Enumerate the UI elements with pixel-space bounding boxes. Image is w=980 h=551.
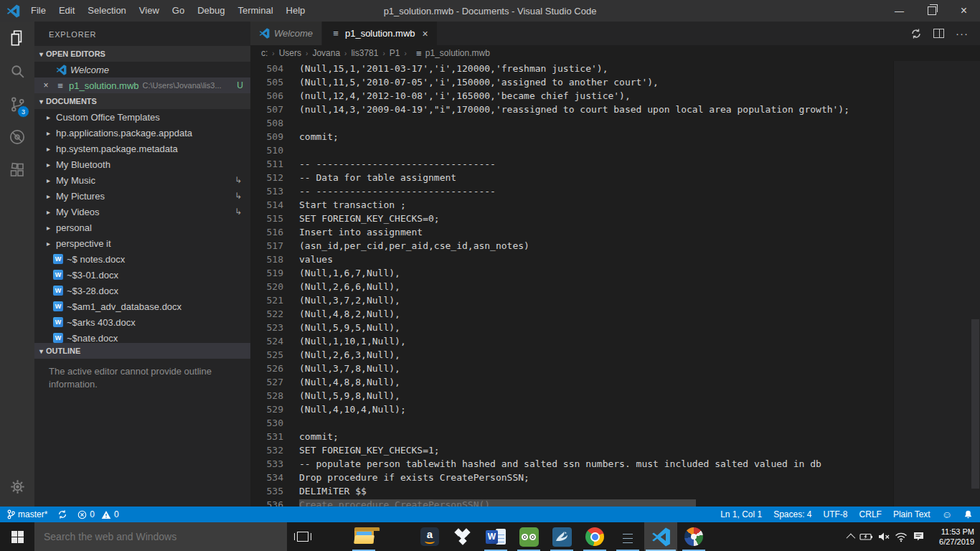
amazon-icon[interactable]: a — [413, 522, 446, 551]
source-control-icon[interactable]: 3 — [0, 88, 34, 121]
line-number[interactable]: 506 — [250, 89, 283, 103]
line-number[interactable]: 527 — [250, 375, 283, 389]
task-view-button[interactable] — [287, 522, 319, 551]
notification-center-icon[interactable] — [910, 522, 927, 551]
minimize-button[interactable]: — — [883, 0, 915, 22]
line-number[interactable]: 517 — [250, 239, 283, 253]
menu-item[interactable]: Debug — [191, 0, 231, 22]
code-line[interactable]: 532 SET FOREIGN_KEY_CHECKS=1; — [250, 443, 893, 457]
code-line[interactable]: 506 (null,12,4,'2012-10-08','i',165000,'… — [250, 89, 893, 103]
code-line[interactable]: 510 — [250, 143, 893, 157]
line-text[interactable]: -- -------------------------------- — [299, 157, 496, 171]
code-editor[interactable]: 504 (Null,15,1,'2011-03-17','i',120000,'… — [250, 61, 980, 507]
settings-gear-icon[interactable] — [0, 466, 34, 507]
code-line[interactable]: 527 (Null,4,8,8,Null), — [250, 375, 893, 389]
debug-icon[interactable] — [0, 121, 34, 154]
line-text[interactable]: (Null,15,1,'2011-03-17','i',120000,'fres… — [299, 62, 608, 75]
tab-active-file[interactable]: ≡ p1_solution.mwb × — [322, 22, 438, 45]
code-line[interactable]: 511 -- -------------------------------- — [250, 157, 893, 171]
more-actions-icon[interactable]: ··· — [956, 27, 969, 39]
outline-section-header[interactable]: ▾ OUTLINE — [34, 343, 250, 359]
search-input[interactable] — [34, 530, 287, 543]
pinwheel-app-icon[interactable] — [677, 522, 710, 551]
line-text[interactable]: (asn_id,per_cid,per_aid,cse_id,asn_notes… — [299, 239, 529, 253]
notifications-bell-icon[interactable] — [963, 509, 973, 519]
list-item[interactable]: ▸ W Custom Office Templates ↳ — [34, 109, 250, 125]
menu-item[interactable]: Help — [280, 0, 312, 22]
line-number[interactable]: 519 — [250, 266, 283, 280]
line-text[interactable]: (Null,1,10,1,Null), — [299, 334, 406, 348]
line-number[interactable]: 532 — [250, 443, 283, 457]
code-line[interactable]: 505 (Null,11,5,'2010-07-05','i',150000,'… — [250, 75, 893, 89]
close-icon[interactable]: × — [423, 28, 428, 39]
code-line[interactable]: 519 (Null,1,6,7,Null), — [250, 266, 893, 280]
code-line[interactable]: 523 (Null,5,9,5,Null), — [250, 321, 893, 334]
code-line[interactable]: 524 (Null,1,10,1,Null), — [250, 334, 893, 348]
chrome-icon[interactable] — [578, 522, 611, 551]
code-line[interactable]: 509 commit; — [250, 130, 893, 143]
indentation-setting[interactable]: Spaces: 4 — [773, 509, 811, 519]
breadcrumb-item[interactable]: P1 — [390, 48, 400, 58]
breadcrumb-item[interactable]: lis3781 — [351, 48, 378, 58]
line-number[interactable]: 534 — [250, 471, 283, 484]
horizontal-scrollbar[interactable] — [299, 499, 696, 507]
code-line[interactable]: 528 (Null,5,9,8,Null), — [250, 389, 893, 402]
line-text[interactable]: (null,14,3,'2009-04-19',"i",170000,'reas… — [299, 103, 849, 116]
line-number[interactable]: 512 — [250, 171, 283, 184]
list-item[interactable]: ▸ W personal ↳ — [34, 220, 250, 235]
line-text[interactable]: Start transaction ; — [299, 198, 406, 212]
taskbar-search[interactable] — [34, 522, 287, 551]
list-item[interactable]: ▸ W hp.system.package.metadata ↳ — [34, 141, 250, 156]
line-text[interactable]: SET FOREIGN_KEY_CHECKS=1; — [299, 443, 440, 457]
documents-section-header[interactable]: ▾ DOCUMENTS — [34, 93, 250, 109]
mysql-workbench-icon[interactable] — [545, 522, 578, 551]
line-text[interactable]: (null,12,4,'2012-10-08','i',165000,'beca… — [299, 89, 631, 103]
code-line[interactable]: 529 (Null,4,10,4,Null); — [250, 402, 893, 416]
line-number[interactable]: 524 — [250, 334, 283, 348]
line-text[interactable]: SET FOREIGN_KEY_CHECKS=0; — [299, 212, 440, 225]
line-text[interactable]: (Null,1,6,7,Null), — [299, 266, 400, 280]
line-text[interactable]: (Null,11,5,'2010-07-05','i',150000,'assi… — [299, 75, 659, 89]
breadcrumb-item[interactable]: c: — [261, 48, 268, 58]
line-number[interactable]: 515 — [250, 212, 283, 225]
code-line[interactable]: 518 values — [250, 253, 893, 266]
line-number[interactable]: 529 — [250, 402, 283, 416]
code-line[interactable]: 507 (null,14,3,'2009-04-19',"i",170000,'… — [250, 103, 893, 116]
line-number[interactable]: 514 — [250, 198, 283, 212]
line-number[interactable]: 516 — [250, 225, 283, 239]
list-item[interactable]: ▸ W hp.applications.package.appdata ↳ — [34, 125, 250, 141]
extensions-icon[interactable] — [0, 154, 34, 187]
language-mode[interactable]: Plain Text — [893, 509, 930, 519]
split-editor-icon[interactable] — [933, 29, 944, 38]
menu-item[interactable]: File — [24, 0, 52, 22]
line-text[interactable]: (Null,5,9,5,Null), — [299, 321, 400, 334]
line-number[interactable]: 523 — [250, 321, 283, 334]
list-item[interactable]: ▸ W My Pictures ↳ — [34, 188, 250, 204]
line-number[interactable]: 522 — [250, 307, 283, 321]
line-number[interactable]: 507 — [250, 103, 283, 116]
code-line[interactable]: 512 -- Data for table assignment — [250, 171, 893, 184]
explorer-icon[interactable] — [0, 22, 34, 55]
list-item[interactable]: ▸ W ~$nate.docx ↳ — [34, 330, 250, 343]
code-line[interactable]: 508 — [250, 116, 893, 130]
list-item[interactable]: ▸ W ~$arks 403.docx ↳ — [34, 314, 250, 330]
line-number[interactable]: 504 — [250, 62, 283, 75]
line-text[interactable]: commit; — [299, 430, 339, 443]
open-editor-active-file[interactable]: × ≡ p1_solution.mwb C:\Users\Jovana\lis3… — [34, 77, 250, 93]
dropbox-icon[interactable] — [446, 522, 479, 551]
code-line[interactable]: 515 SET FOREIGN_KEY_CHECKS=0; — [250, 212, 893, 225]
line-number[interactable]: 535 — [250, 484, 283, 498]
code-line[interactable]: 531 commit; — [250, 430, 893, 443]
problems-indicator[interactable]: 0 0 — [77, 509, 118, 519]
line-text[interactable]: (Null,3,7,8,Null), — [299, 362, 400, 375]
breadcrumb-item[interactable]: Users — [279, 48, 301, 58]
breadcrumb-file[interactable]: p1_solution.mwb — [425, 48, 490, 58]
line-number[interactable]: 505 — [250, 75, 283, 89]
menu-item[interactable]: Go — [166, 0, 191, 22]
code-line[interactable]: 520 (Null,2,6,6,Null), — [250, 280, 893, 293]
line-number[interactable]: 536 — [250, 498, 283, 507]
list-item[interactable]: ▸ W perspective it ↳ — [34, 235, 250, 251]
code-line[interactable]: 504 (Null,15,1,'2011-03-17','i',120000,'… — [250, 62, 893, 75]
list-item[interactable]: ▸ W ~$am1_adv_database.docx ↳ — [34, 298, 250, 314]
sync-indicator[interactable] — [57, 509, 67, 519]
